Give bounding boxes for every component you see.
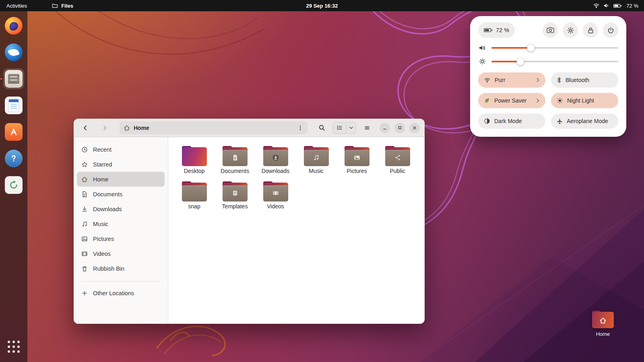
dock-item-firefox[interactable] <box>3 15 24 36</box>
home-folder-icon <box>592 311 614 328</box>
folder-public[interactable]: Public <box>378 146 418 181</box>
dock-item-software-updater[interactable] <box>3 175 24 195</box>
dock-item-libreoffice-writer[interactable] <box>3 95 24 116</box>
power-button[interactable] <box>603 23 618 38</box>
firefox-icon <box>5 17 23 35</box>
chevron-right-icon[interactable] <box>535 77 541 83</box>
minimize-button[interactable] <box>380 123 390 133</box>
search-button[interactable] <box>315 122 328 134</box>
sidebar-item-recent[interactable]: Recent <box>77 142 165 157</box>
toggle-label: Night Light <box>567 97 594 104</box>
back-button[interactable] <box>78 122 92 134</box>
folder-documents[interactable]: Documents <box>215 146 255 181</box>
folder-label: Templates <box>215 203 255 210</box>
home-icon <box>124 125 130 131</box>
documents-icon <box>81 191 88 197</box>
sidebar-item-home[interactable]: Home <box>77 172 165 187</box>
list-view-button[interactable] <box>333 122 346 134</box>
folder-icon <box>263 146 288 166</box>
toggle-bluetooth[interactable]: Bluetooth <box>551 72 618 88</box>
sidebar-item-music[interactable]: Music <box>77 216 165 231</box>
activities-button[interactable]: Activities <box>0 0 33 11</box>
maximize-button[interactable] <box>394 123 405 133</box>
folder-icon <box>304 146 329 166</box>
path-bar[interactable]: Home <box>120 121 308 134</box>
folder-music[interactable]: Music <box>296 146 336 181</box>
focused-app-label: Files <box>61 3 73 9</box>
wifi-icon <box>484 77 491 83</box>
screenshot-button[interactable] <box>543 23 558 38</box>
desktop-home-label: Home <box>590 331 616 337</box>
menu-button[interactable] <box>360 122 374 134</box>
folder-icon <box>223 181 248 202</box>
sidebar-label: Recent <box>93 146 111 153</box>
trash-icon <box>81 265 88 272</box>
videos-icon <box>81 251 88 257</box>
system-tray[interactable]: 72 % <box>593 3 644 9</box>
share-emblem-icon <box>394 154 401 161</box>
folder-desktop[interactable]: Desktop <box>174 146 215 181</box>
sidebar-label: Videos <box>93 251 111 257</box>
lock-button[interactable] <box>583 23 598 38</box>
view-options-dropdown[interactable] <box>346 122 356 134</box>
close-button[interactable] <box>409 123 420 133</box>
sidebar-label: Starred <box>93 161 112 168</box>
toggle-power-saver[interactable]: Power Saver <box>478 93 545 108</box>
pictures-icon <box>81 236 88 242</box>
top-bar: Activities Files 29 Sep 16:32 72 % <box>0 0 644 11</box>
sidebar-item-documents[interactable]: Documents <box>77 187 165 202</box>
files-window: Home Recent Starred <box>74 119 425 324</box>
sidebar-item-videos[interactable]: Videos <box>77 246 165 261</box>
sidebar-label: Downloads <box>93 206 122 212</box>
folder-label: Music <box>296 168 336 174</box>
brightness-slider-row <box>478 58 618 65</box>
downloads-icon <box>81 206 88 212</box>
battery-status[interactable]: 72 % <box>478 23 515 38</box>
folder-icon <box>263 181 288 202</box>
settings-button[interactable] <box>563 23 578 38</box>
battery-icon <box>613 4 622 8</box>
thunderbird-icon <box>5 43 23 61</box>
toggle-label: Bluetooth <box>566 77 589 83</box>
document-emblem-icon <box>231 154 239 161</box>
dock-item-thunderbird[interactable] <box>3 42 24 63</box>
sidebar-item-starred[interactable]: Starred <box>77 157 165 172</box>
brightness-icon <box>478 58 486 65</box>
volume-slider-row <box>478 45 618 51</box>
brightness-slider[interactable] <box>491 61 618 62</box>
volume-slider[interactable] <box>491 47 618 49</box>
brightness-slider-knob[interactable] <box>517 58 524 65</box>
volume-slider-knob[interactable] <box>527 44 535 52</box>
focused-app-menu[interactable]: Files <box>52 3 73 9</box>
toggle-dark-mode[interactable]: Dark Mode <box>478 113 545 129</box>
picture-emblem-icon <box>353 154 361 161</box>
folder-downloads[interactable]: Downloads <box>256 146 296 181</box>
quick-settings-panel: 72 % Purr <box>470 16 626 137</box>
folder-pictures[interactable]: Pictures <box>337 146 377 181</box>
sidebar-item-other-locations[interactable]: Other Locations <box>77 286 165 300</box>
view-toggle <box>332 122 356 134</box>
dock-item-ubuntu-software[interactable] <box>3 121 24 142</box>
show-applications-button[interactable] <box>3 336 24 357</box>
toggle-aeroplane-mode[interactable]: Aeroplane Mode <box>551 113 618 129</box>
toggle-wifi[interactable]: Purr <box>478 72 545 88</box>
desktop-home-shortcut[interactable]: Home <box>590 311 616 337</box>
folder-icon <box>385 146 410 166</box>
folder-templates[interactable]: Templates <box>215 181 255 217</box>
folder-icon <box>182 146 207 166</box>
folder-label: Public <box>378 168 418 174</box>
clock[interactable]: 29 Sep 16:32 <box>306 3 338 9</box>
sidebar-item-rubbish-bin[interactable]: Rubbish Bin <box>77 261 165 276</box>
files-content-area[interactable]: Desktop Documents Downloads Music <box>168 137 425 324</box>
dock-item-files[interactable] <box>3 68 24 89</box>
forward-button[interactable] <box>98 122 111 134</box>
chevron-right-icon[interactable] <box>535 98 541 103</box>
dock-item-help[interactable] <box>3 148 24 169</box>
folder-videos[interactable]: Videos <box>256 181 296 217</box>
sidebar-label: Music <box>93 221 108 227</box>
sidebar-item-downloads[interactable]: Downloads <box>77 202 165 216</box>
toggle-night-light[interactable]: Night Light <box>551 93 618 108</box>
folder-snap[interactable]: snap <box>174 181 215 217</box>
sidebar-item-pictures[interactable]: Pictures <box>77 231 165 246</box>
path-menu-button[interactable] <box>297 125 303 131</box>
